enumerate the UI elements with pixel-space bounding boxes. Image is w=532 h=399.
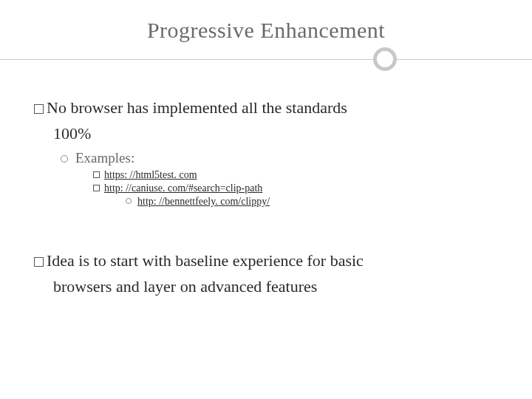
slide-title: Progressive Enhancement bbox=[31, 18, 501, 43]
bullet-lvl2: Examples: bbox=[61, 150, 501, 166]
bullet-lvl3: http: //caniuse. com/#search=clip-path bbox=[93, 183, 501, 194]
title-divider bbox=[31, 46, 501, 72]
bullet-text: Examples: bbox=[75, 150, 134, 166]
bullet-lvl4: http: //bennettfeely. com/clippy/ bbox=[126, 196, 501, 208]
circle-bullet-icon bbox=[61, 155, 68, 163]
bullet-lvl1-cont: browsers and layer on advanced features bbox=[53, 276, 501, 298]
bullet-lvl1: No browser has implemented all the stand… bbox=[34, 98, 501, 119]
link-caniuse[interactable]: http: //caniuse. com/#search=clip-path bbox=[104, 183, 262, 194]
divider-line bbox=[0, 59, 532, 60]
link-bennettfeely[interactable]: http: //bennettfeely. com/clippy/ bbox=[137, 196, 270, 207]
spacer bbox=[34, 209, 501, 250]
content-body: No browser has implemented all the stand… bbox=[31, 98, 501, 297]
bullet-text: Idea is to start with baseline experienc… bbox=[47, 251, 364, 270]
bullet-lvl3: https: //html5test. com bbox=[93, 169, 501, 181]
square-bullet-icon bbox=[93, 185, 100, 191]
bullet-text: No browser has implemented all the stand… bbox=[47, 98, 347, 117]
divider-circle-icon bbox=[373, 47, 397, 71]
square-bullet-icon bbox=[34, 104, 44, 114]
slide: Progressive Enhancement No browser has i… bbox=[0, 0, 532, 399]
square-bullet-icon bbox=[93, 171, 100, 178]
square-bullet-icon bbox=[34, 257, 44, 267]
title-block: Progressive Enhancement bbox=[31, 18, 501, 72]
bullet-lvl1-cont: 100% bbox=[53, 123, 501, 145]
bullet-lvl1: Idea is to start with baseline experienc… bbox=[34, 250, 501, 272]
link-html5test[interactable]: https: //html5test. com bbox=[104, 169, 197, 180]
circle-bullet-icon bbox=[126, 198, 132, 204]
